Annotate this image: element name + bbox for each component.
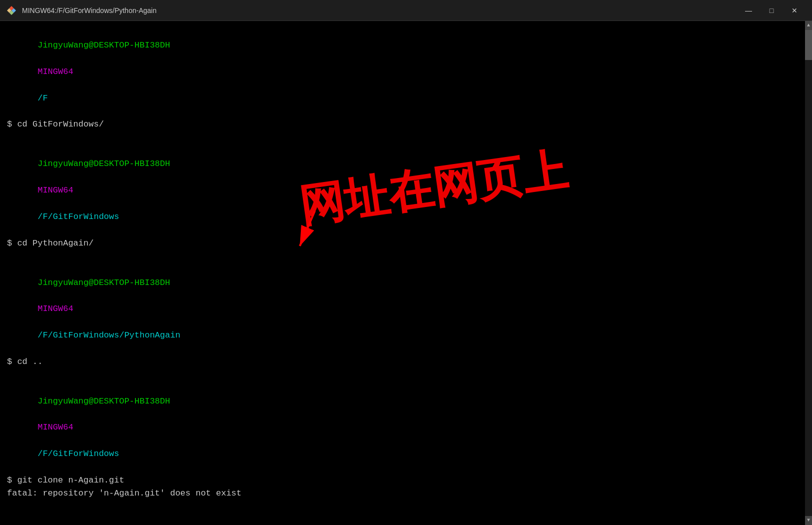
scrollbar[interactable]: ▲ ▼ [805, 21, 812, 525]
cmd-line: $ git clone n-Again.git [7, 474, 805, 487]
scroll-up-button[interactable]: ▲ [805, 21, 812, 30]
terminal-line: JingyuWang@DESKTOP-HBI38DH MINGW64 /F [7, 26, 805, 118]
terminal-line: JingyuWang@DESKTOP-HBI38DH MINGW64 /F/Gi… [7, 382, 805, 474]
cmd-line: $ cd PythonAgain/ [7, 237, 805, 250]
close-button[interactable]: ✕ [783, 0, 806, 21]
minimize-button[interactable]: — [737, 0, 760, 21]
cmd-line: $ cd .. [7, 356, 805, 368]
window-title: MINGW64:/F/GitForWindows/Python-Again [22, 6, 737, 14]
restore-button[interactable]: □ [760, 0, 783, 21]
scroll-down-button[interactable]: ▼ [805, 516, 812, 525]
terminal-window: MINGW64:/F/GitForWindows/Python-Again — … [0, 0, 812, 525]
scrollbar-thumb[interactable] [805, 30, 812, 60]
path: /F [37, 94, 47, 103]
terminal-line: JingyuWang@DESKTOP-HBI38DH MINGW64 /F/Gi… [7, 144, 805, 236]
terminal-line: JingyuWang@DESKTOP-HBI38DH MINGW64 /F/Gi… [7, 263, 805, 355]
error-line: fatal: repository 'n-Again.git' does not… [7, 487, 805, 500]
shell-name: MINGW64 [37, 67, 73, 76]
app-icon [6, 5, 17, 16]
user-host: JingyuWang@DESKTOP-HBI38DH [37, 40, 170, 50]
terminal-line: JingyuWang@DESKTOP-HBI38DH MINGW64 /F/Gi… [7, 514, 805, 525]
titlebar: MINGW64:/F/GitForWindows/Python-Again — … [0, 0, 812, 21]
terminal-body[interactable]: JingyuWang@DESKTOP-HBI38DH MINGW64 /F $ … [0, 21, 812, 525]
window-controls: — □ ✕ [737, 0, 806, 21]
cmd-line: $ cd GitForWindows/ [7, 118, 805, 131]
